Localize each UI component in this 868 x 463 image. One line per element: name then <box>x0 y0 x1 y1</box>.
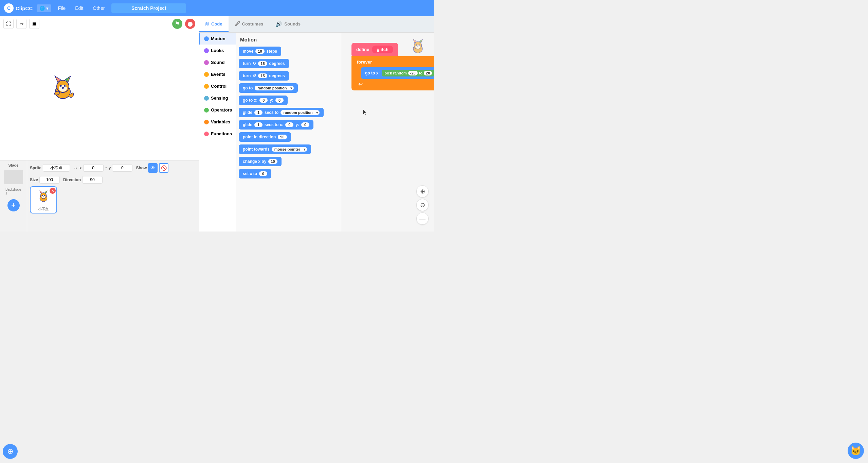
cursor-indicator <box>363 109 368 116</box>
variables-label: Variables <box>211 119 230 124</box>
project-title-input[interactable] <box>111 3 186 13</box>
goto-xy-ws-block[interactable]: go to x: pick random -20 to 20 y: <box>361 67 434 79</box>
add-backdrop-button[interactable]: + <box>7 199 20 211</box>
goto-x-value[interactable]: 0 <box>259 98 268 103</box>
other-menu[interactable]: Other <box>90 4 107 12</box>
category-operators[interactable]: Operators <box>199 104 236 116</box>
bottom-panel: Stage Backdrops 1 + Sprite <box>0 160 199 231</box>
events-dot <box>204 72 209 77</box>
x-label: x <box>79 166 82 170</box>
direction-label: Direction <box>63 177 81 182</box>
x-input[interactable] <box>83 164 104 172</box>
set-x-block[interactable]: set x to 0 <box>239 169 338 178</box>
zoom-fit-icon: — <box>419 215 426 222</box>
layout1-button[interactable]: ▱ <box>16 19 26 29</box>
glide-y-label: y: <box>295 122 299 127</box>
zoom-out-button[interactable]: ⊖ <box>416 199 429 211</box>
category-sidebar: Motion Looks Sound Events Control <box>199 33 236 231</box>
stage-toolbar: ⛶ ▱ ▣ ⚑ ⬤ <box>0 16 199 31</box>
category-events[interactable]: Events <box>199 68 236 80</box>
svg-point-9 <box>61 85 61 86</box>
glide-dropdown[interactable]: random position <box>281 110 319 115</box>
turn-ccw-value[interactable]: 15 <box>258 73 267 78</box>
turn-cw-block[interactable]: turn ↻ 15 degrees <box>239 59 338 68</box>
define-block[interactable]: define glitch <box>351 43 398 56</box>
y-input[interactable] <box>112 164 132 172</box>
glide-xy-block[interactable]: glide 1 secs to x: 0 y: 0 <box>239 120 338 130</box>
fullscreen-icon: ⛶ <box>6 21 11 27</box>
layout2-icon: ▣ <box>32 21 37 27</box>
goto-block[interactable]: go to random position <box>239 83 338 93</box>
green-flag-button[interactable]: ⚑ <box>172 19 182 29</box>
category-sensing[interactable]: Sensing <box>199 92 236 104</box>
sprite-label: Sprite <box>30 166 41 170</box>
sprite-name-input[interactable] <box>43 164 70 172</box>
glide-label: glide <box>243 110 252 115</box>
show-hidden-button[interactable]: 🚫 <box>159 163 168 173</box>
backdrops-info: Backdrops 1 <box>5 188 21 195</box>
glide-secs[interactable]: 1 <box>254 110 263 115</box>
turn-ccw-block[interactable]: turn ↺ 15 degrees <box>239 71 338 81</box>
glide-xy-secs[interactable]: 1 <box>254 122 263 127</box>
globe-button[interactable]: 🌐 ▾ <box>37 4 51 12</box>
sprite-item-name: 小不点 <box>38 207 49 211</box>
glide-secs-label: secs to <box>265 110 278 115</box>
block-editor: ≋ Code 🖌 Costumes 🔊 Sounds Motion <box>199 16 434 231</box>
glide-y-value[interactable]: 0 <box>301 122 309 127</box>
fullscreen-button[interactable]: ⛶ <box>3 19 14 29</box>
category-motion[interactable]: Motion <box>199 33 236 45</box>
size-input[interactable] <box>39 176 60 184</box>
zoom-fit-button[interactable]: — <box>416 212 429 225</box>
sounds-tab-label: Sounds <box>284 21 301 27</box>
goto-dropdown[interactable]: random position <box>255 86 293 90</box>
svg-point-30 <box>416 45 417 46</box>
layout2-button[interactable]: ▣ <box>29 19 39 29</box>
y-label: y <box>109 166 111 170</box>
tab-code[interactable]: ≋ Code <box>199 16 229 32</box>
green-flag-icon: ⚑ <box>175 20 180 28</box>
category-functions[interactable]: Functions <box>199 128 236 140</box>
code-workspace[interactable]: define glitch forever go to x: pic <box>341 33 434 231</box>
category-variables[interactable]: Variables <box>199 116 236 128</box>
point-towards-dropdown[interactable]: mouse-pointer <box>272 147 307 152</box>
move-block[interactable]: move 10 steps <box>239 47 338 56</box>
move-value[interactable]: 10 <box>255 49 264 54</box>
stage-thumbnail[interactable] <box>4 170 23 184</box>
sensing-dot <box>204 96 209 101</box>
point-towards-label: point towards <box>243 147 270 152</box>
file-menu[interactable]: File <box>55 4 69 12</box>
point-direction-block[interactable]: point in direction 90 <box>239 132 338 142</box>
pick-random-1[interactable]: pick random -20 to 20 <box>382 70 434 76</box>
tab-costumes[interactable]: 🖌 Costumes <box>229 16 270 32</box>
xy-arrow-icon: ↔ <box>73 165 78 171</box>
point-dir-value[interactable]: 90 <box>278 135 287 139</box>
point-towards-block[interactable]: point towards mouse-pointer <box>239 144 338 154</box>
stop-button[interactable]: ⬤ <box>185 19 195 29</box>
glide-x-value[interactable]: 0 <box>285 122 293 127</box>
show-visible-button[interactable]: 👁 <box>148 163 158 173</box>
change-x-value[interactable]: 10 <box>268 159 277 164</box>
goto-xy-block[interactable]: go to x: 0 y: 0 <box>239 96 338 105</box>
set-x-value[interactable]: 0 <box>259 171 267 176</box>
sprite-item[interactable]: ✕ <box>30 186 57 213</box>
turn-cw-value[interactable]: 15 <box>258 61 267 66</box>
goto-y-value[interactable]: 0 <box>275 98 284 103</box>
change-x-block[interactable]: change x by 10 <box>239 157 338 166</box>
zoom-in-button[interactable]: ⊕ <box>416 185 429 198</box>
glitch-custom-block[interactable]: glitch <box>372 46 393 53</box>
pick-random-1-min[interactable]: -20 <box>408 71 418 75</box>
direction-input[interactable] <box>82 176 103 184</box>
category-control[interactable]: Control <box>199 80 236 92</box>
sprite-delete-button[interactable]: ✕ <box>50 188 56 194</box>
show-label: Show <box>136 166 147 170</box>
sound-dot <box>204 60 209 65</box>
glide-random-block[interactable]: glide 1 secs to random position <box>239 108 338 117</box>
edit-menu[interactable]: Edit <box>72 4 86 12</box>
code-tab-label: Code <box>211 21 222 27</box>
category-looks[interactable]: Looks <box>199 45 236 56</box>
forever-block[interactable]: forever go to x: pick random -20 to 2 <box>351 56 434 90</box>
main-layout: ⛶ ▱ ▣ ⚑ ⬤ <box>0 16 434 231</box>
pick-random-1-max[interactable]: 20 <box>424 71 432 75</box>
category-sound[interactable]: Sound <box>199 56 236 68</box>
tab-sounds[interactable]: 🔊 Sounds <box>269 16 307 32</box>
